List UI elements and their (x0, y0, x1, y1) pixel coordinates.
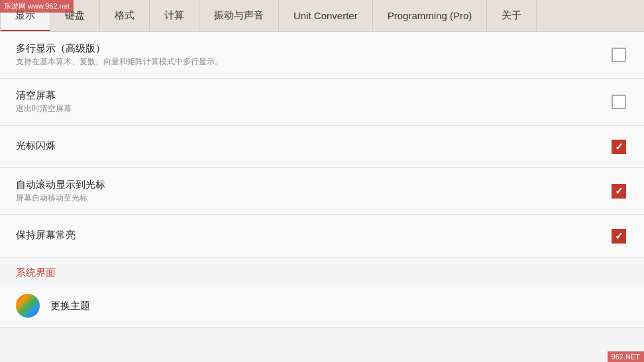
tab-format[interactable]: 格式 (100, 0, 150, 31)
theme-row[interactable]: 更换主题 (0, 285, 644, 328)
setting-clear-screen-title: 清空屏幕 (16, 89, 599, 102)
tab-calculate[interactable]: 计算 (150, 0, 199, 31)
setting-auto-scroll-checkbox[interactable] (610, 182, 628, 201)
setting-multiline-text: 多行显示（高级版） 支持在基本算术、复数、向量和矩阵计算模式中多行显示。 (16, 42, 599, 68)
setting-clear-screen[interactable]: 清空屏幕 退出时清空屏幕 (0, 79, 644, 126)
system-section-header: 系统界面 (0, 257, 644, 285)
setting-cursor-blink-title: 光标闪烁 (16, 140, 599, 152)
checkbox-empty-clear (612, 95, 626, 109)
tab-about[interactable]: 关于 (487, 0, 537, 31)
setting-multiline-title: 多行显示（高级版） (16, 42, 599, 55)
setting-auto-scroll-text: 自动滚动显示到光标 屏幕自动移动至光标 (16, 179, 599, 204)
setting-cursor-blink-checkbox[interactable] (610, 138, 628, 156)
setting-cursor-blink[interactable]: 光标闪烁 (0, 126, 644, 168)
tab-unit-converter[interactable]: Unit Converter (279, 0, 373, 31)
palette-icon (16, 294, 40, 318)
checkbox-checked-keep (612, 229, 626, 244)
setting-multiline-subtitle: 支持在基本算术、复数、向量和矩阵计算模式中多行显示。 (16, 56, 599, 68)
setting-clear-screen-subtitle: 退出时清空屏幕 (16, 103, 599, 114)
setting-multiline-checkbox[interactable] (610, 46, 628, 64)
settings-content: 多行显示（高级版） 支持在基本算术、复数、向量和矩阵计算模式中多行显示。 清空屏… (0, 32, 644, 362)
setting-cursor-blink-text: 光标闪烁 (16, 140, 599, 154)
watermark-bottom: 962.NET (608, 351, 644, 362)
tab-vibration[interactable]: 振动与声音 (199, 0, 279, 31)
setting-auto-scroll-title: 自动滚动显示到光标 (16, 179, 599, 191)
setting-keep-screen-checkbox[interactable] (610, 227, 628, 246)
setting-auto-scroll-subtitle: 屏幕自动移动至光标 (16, 193, 599, 204)
checkbox-checked-scroll (612, 184, 626, 199)
tab-programming[interactable]: Programming (Pro) (373, 0, 488, 31)
setting-clear-screen-text: 清空屏幕 退出时清空屏幕 (16, 89, 599, 114)
watermark-top: 乐游网 www.962.net (0, 0, 74, 13)
checkbox-empty-multiline (612, 48, 626, 62)
system-section-title: 系统界面 (16, 267, 56, 278)
setting-keep-screen[interactable]: 保持屏幕常亮 (0, 215, 644, 257)
theme-label: 更换主题 (50, 300, 90, 312)
setting-auto-scroll[interactable]: 自动滚动显示到光标 屏幕自动移动至光标 (0, 168, 644, 215)
setting-multiline[interactable]: 多行显示（高级版） 支持在基本算术、复数、向量和矩阵计算模式中多行显示。 (0, 32, 644, 79)
setting-clear-screen-checkbox[interactable] (610, 93, 628, 111)
setting-keep-screen-title: 保持屏幕常亮 (16, 229, 599, 242)
checkbox-checked-cursor (612, 140, 626, 154)
tab-bar: 显示 键盘 格式 计算 振动与声音 Unit Converter Program… (0, 0, 644, 32)
setting-keep-screen-text: 保持屏幕常亮 (16, 229, 599, 243)
